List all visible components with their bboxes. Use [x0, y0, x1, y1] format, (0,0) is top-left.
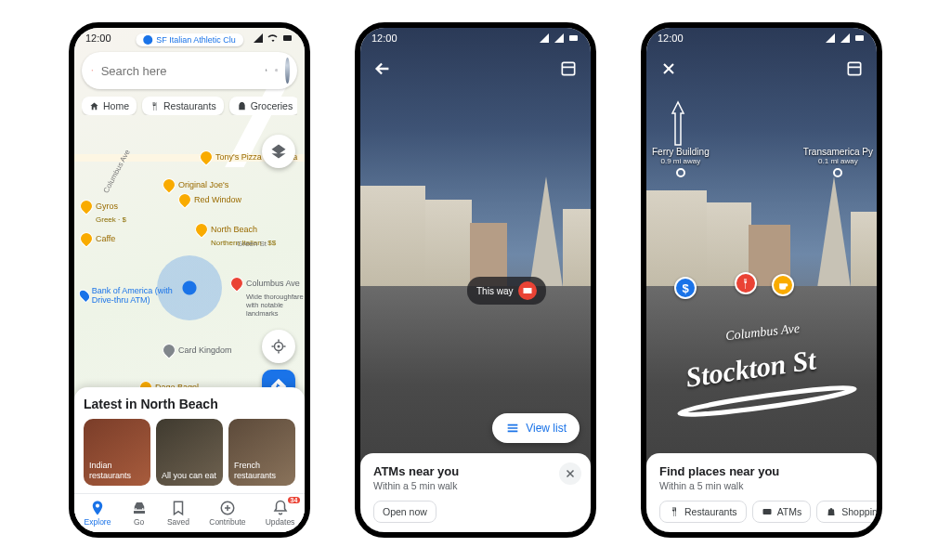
status-time: 12:00	[371, 33, 397, 44]
poi-gyros[interactable]: GyrosGreek · $	[80, 200, 126, 224]
poi-cardkingdom[interactable]: Card Kingdom	[163, 344, 232, 357]
svg-rect-18	[762, 509, 771, 514]
chip-home[interactable]: Home	[82, 97, 137, 115]
shop-pin-icon	[160, 341, 178, 359]
buildings	[646, 167, 877, 288]
close-sheet-button[interactable]	[559, 462, 581, 485]
updates-badge: 34	[288, 497, 301, 503]
svg-point-8	[276, 71, 277, 72]
restaurant-pin-icon	[197, 148, 215, 166]
sheet-title: Find places near you	[659, 464, 864, 478]
poi-caffe[interactable]: Caffe	[80, 232, 115, 245]
chip-label: Groceries	[251, 100, 293, 111]
ar-category-atm-icon[interactable]: $	[674, 277, 697, 299]
restaurant-pin-icon	[77, 229, 96, 248]
ar-category-restaurant-icon[interactable]	[735, 272, 757, 294]
lens-icon[interactable]	[275, 61, 278, 80]
ferry-building-outline-icon	[659, 100, 697, 147]
status-time: 12:00	[85, 33, 111, 44]
ar-marker-icon	[833, 168, 842, 177]
poi-columbus[interactable]: Columbus AveWide thoroughfare with notab…	[230, 277, 305, 318]
search-box[interactable]	[82, 52, 297, 89]
ar-topbar	[368, 54, 583, 84]
map-toggle-icon[interactable]	[554, 54, 583, 84]
poi-joes[interactable]: Original Joe's	[163, 178, 228, 191]
svg-rect-15	[855, 35, 864, 41]
nav-go[interactable]: Go	[131, 500, 148, 527]
featured-card[interactable]: All you can eat	[156, 419, 223, 486]
ar-poi-transamerica[interactable]: Transamerica Py 0.1 mi away	[803, 147, 873, 177]
transamerica-icon	[817, 176, 851, 288]
status-time: 12:00	[658, 33, 684, 44]
ar-camera-view[interactable]: 12:00 This way View list ATMs near you W…	[360, 28, 591, 532]
svg-rect-4	[283, 35, 292, 41]
view-list-label: View list	[526, 422, 567, 435]
filter-row: Open now	[373, 501, 578, 523]
nav-saved[interactable]: Saved	[167, 500, 189, 527]
locate-button[interactable]	[262, 330, 295, 363]
street-label: Green St	[237, 240, 267, 248]
status-icons	[539, 33, 580, 44]
chip-atms[interactable]: ATMs	[752, 501, 812, 523]
ar-bottom-sheet: Find places near you Within a 5 min walk…	[646, 453, 877, 532]
status-icons	[825, 33, 866, 44]
ar-marker-icon	[676, 168, 685, 177]
search-input[interactable]	[101, 64, 257, 78]
ar-tag-label: This way	[476, 286, 513, 296]
status-bar: 12:00	[646, 28, 877, 48]
category-chips: Home Restaurants Groceries Ga	[82, 97, 297, 115]
ar-topbar	[654, 54, 869, 84]
nav-contribute[interactable]: Contribute	[209, 500, 245, 527]
chip-label: Home	[103, 100, 129, 111]
ar-poi-ferry[interactable]: Ferry Building 0.9 mi away	[652, 147, 710, 177]
atm-pill-icon	[518, 281, 537, 300]
chip-groceries[interactable]: Groceries	[229, 97, 297, 115]
status-bar: 12:00	[74, 28, 305, 48]
ar-camera-view[interactable]: 12:00 Ferry Building 0.9 mi away Transam…	[646, 28, 877, 532]
buildings	[360, 167, 591, 288]
nav-explore[interactable]: Explore	[85, 500, 111, 527]
chip-label: Restaurants	[163, 100, 216, 111]
avatar[interactable]	[285, 58, 290, 84]
search-area: Home Restaurants Groceries Ga	[82, 52, 297, 115]
chip-row: Restaurants ATMs Shopping	[659, 501, 864, 523]
view-list-button[interactable]: View list	[492, 413, 580, 443]
sheet-subtitle: Within a 5 min walk	[659, 480, 864, 491]
transamerica-icon	[529, 176, 563, 288]
restaurant-pin-icon	[176, 190, 194, 209]
svg-rect-7	[276, 70, 278, 72]
phone-ar-atms: 12:00 This way View list ATMs near you W…	[355, 22, 596, 538]
restaurant-pin-icon	[192, 220, 211, 239]
nav-updates[interactable]: Updates34	[266, 500, 295, 527]
filter-open-now[interactable]: Open now	[373, 501, 436, 523]
ar-direction-tag[interactable]: This way	[467, 277, 546, 305]
phone-maps: 12:00 SF Italian Athletic Clu Home Resta…	[69, 22, 310, 538]
svg-rect-13	[569, 35, 578, 41]
back-button[interactable]	[368, 54, 397, 84]
ar-category-coffee-icon[interactable]	[772, 274, 794, 296]
chip-restaurants[interactable]: Restaurants	[659, 501, 747, 523]
bottom-nav: Explore Go Saved Contribute Updates34	[74, 493, 305, 532]
chip-shopping[interactable]: Shopping	[816, 501, 882, 523]
landmark-pin-icon	[228, 274, 246, 293]
my-location-dot	[157, 255, 222, 320]
bottom-sheet[interactable]: Latest in North Beach Indian restaurants…	[74, 387, 305, 493]
svg-rect-14	[562, 62, 574, 74]
restaurant-pin-icon	[77, 197, 96, 215]
status-icons	[253, 33, 293, 44]
svg-rect-16	[848, 62, 860, 74]
sheet-title: ATMs near you	[373, 464, 578, 478]
map-toggle-icon[interactable]	[840, 54, 869, 84]
phone-ar-places: 12:00 Ferry Building 0.9 mi away Transam…	[641, 22, 882, 538]
chip-restaurants[interactable]: Restaurants	[142, 97, 224, 115]
ar-bottom-sheet: ATMs near you Within a 5 min walk Open n…	[360, 453, 591, 532]
featured-card[interactable]: Indian restaurants	[84, 419, 150, 486]
poi-redwindow[interactable]: Red Window	[178, 193, 241, 206]
sheet-title: Latest in North Beach	[84, 397, 295, 411]
mic-icon[interactable]	[265, 61, 267, 80]
svg-point-11	[278, 345, 280, 347]
featured-card[interactable]: French restaurants	[228, 419, 295, 486]
close-button[interactable]	[654, 54, 684, 84]
layers-button[interactable]	[262, 135, 295, 168]
restaurant-pin-icon	[160, 176, 178, 194]
